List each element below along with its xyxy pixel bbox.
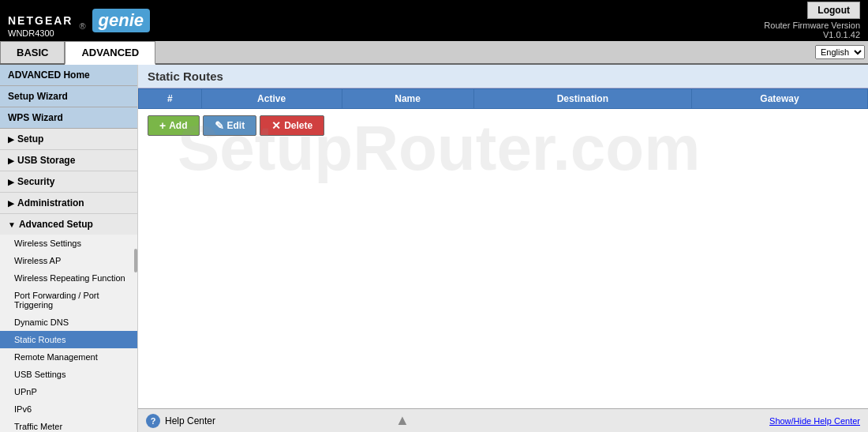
edit-label: Edit [227, 120, 245, 131]
sidebar-item-upnp[interactable]: UPnP [0, 383, 137, 400]
add-label: Add [169, 120, 187, 131]
section-security: ▶ Security [0, 171, 137, 193]
col-name: Name [342, 89, 473, 109]
sidebar-item-remote-management[interactable]: Remote Management [0, 348, 137, 366]
section-setup-header[interactable]: ▶ Setup [0, 129, 137, 149]
logout-button[interactable]: Logout [807, 2, 860, 19]
arrow-down-icon: ▼ [8, 220, 16, 229]
add-button[interactable]: + Add [148, 115, 200, 136]
plus-icon: + [159, 119, 166, 132]
col-number: # [139, 89, 202, 109]
action-buttons: + Add ✎ Edit ✕ Delete [138, 109, 868, 142]
section-administration: ▶ Administration [0, 193, 137, 214]
col-gateway: Gateway [692, 89, 868, 109]
arrow-icon: ▶ [8, 178, 14, 186]
sidebar-item-dynamic-dns[interactable]: Dynamic DNS [0, 314, 137, 331]
arrow-icon: ▶ [8, 156, 14, 165]
section-advanced-setup-header[interactable]: ▼ Advanced Setup [0, 214, 137, 235]
section-security-header[interactable]: ▶ Security [0, 171, 137, 192]
model-name: WNDR4300 [8, 28, 54, 38]
collapse-triangle-icon[interactable]: ▲ [395, 412, 410, 429]
scrollbar-hint [134, 249, 137, 272]
header-right: Logout Router Firmware Version V1.0.1.42 [764, 2, 860, 39]
sidebar-item-usb-settings[interactable]: USB Settings [0, 366, 137, 383]
pencil-icon: ✎ [215, 119, 224, 132]
language-select[interactable]: English [815, 45, 865, 59]
show-hide-help-link[interactable]: Show/Hide Help Center [769, 416, 860, 426]
section-advanced-setup-label: Advanced Setup [19, 219, 93, 230]
arrow-icon: ▶ [8, 135, 14, 144]
section-setup: ▶ Setup [0, 129, 137, 150]
sidebar-item-wps-wizard[interactable]: WPS Wizard [0, 107, 137, 129]
tab-bar: BASIC ADVANCED English [0, 41, 868, 65]
section-usb-storage: ▶ USB Storage [0, 150, 137, 171]
edit-button[interactable]: ✎ Edit [203, 115, 257, 136]
delete-button[interactable]: ✕ Delete [260, 115, 324, 136]
sidebar-item-ipv6[interactable]: IPv6 [0, 400, 137, 418]
col-destination: Destination [473, 89, 692, 109]
sidebar-item-port-forwarding[interactable]: Port Forwarding / Port Triggering [0, 287, 137, 314]
section-security-label: Security [17, 176, 54, 187]
tab-advanced[interactable]: ADVANCED [65, 41, 155, 65]
advanced-setup-items: Wireless Settings Wireless AP Wireless R… [0, 235, 137, 432]
delete-label: Delete [284, 120, 312, 131]
routes-table: # Active Name Destination Gateway [138, 88, 868, 109]
sidebar-item-wireless-ap[interactable]: Wireless AP [0, 252, 137, 269]
section-admin-header[interactable]: ▶ Administration [0, 193, 137, 213]
help-center: ? Help Center ▲ Show/Hide Help Center [138, 408, 868, 432]
help-icon: ? [146, 414, 160, 428]
section-admin-label: Administration [17, 197, 84, 208]
section-usb-header[interactable]: ▶ USB Storage [0, 150, 137, 171]
help-label: Help Center [165, 415, 215, 426]
page-title: Static Routes [138, 65, 868, 88]
netgear-label: NETGEAR [8, 14, 73, 27]
arrow-icon: ▶ [8, 199, 14, 208]
sidebar-item-setup-wizard[interactable]: Setup Wizard [0, 86, 137, 107]
tab-basic[interactable]: BASIC [0, 41, 65, 63]
sidebar-item-wireless-settings[interactable]: Wireless Settings [0, 235, 137, 252]
sidebar-item-static-routes[interactable]: Static Routes [0, 331, 137, 348]
sidebar-item-traffic-meter[interactable]: Traffic Meter [0, 418, 137, 432]
section-advanced-setup: ▼ Advanced Setup Wireless Settings Wirel… [0, 214, 137, 432]
sidebar-item-advanced-home[interactable]: ADVANCED Home [0, 65, 137, 86]
section-usb-label: USB Storage [17, 155, 75, 166]
sidebar-item-wireless-repeating[interactable]: Wireless Repeating Function [0, 269, 137, 287]
firmware-info: Router Firmware Version V1.0.1.42 [764, 21, 860, 39]
section-setup-label: Setup [17, 133, 43, 145]
sidebar: ADVANCED Home Setup Wizard WPS Wizard ▶ … [0, 65, 138, 432]
col-active: Active [201, 89, 342, 109]
genie-label: genie [92, 9, 150, 32]
x-icon: ✕ [271, 119, 281, 132]
language-selector-wrap[interactable]: English [815, 41, 868, 63]
main-content: Static Routes # Active Name Destination … [138, 65, 868, 432]
